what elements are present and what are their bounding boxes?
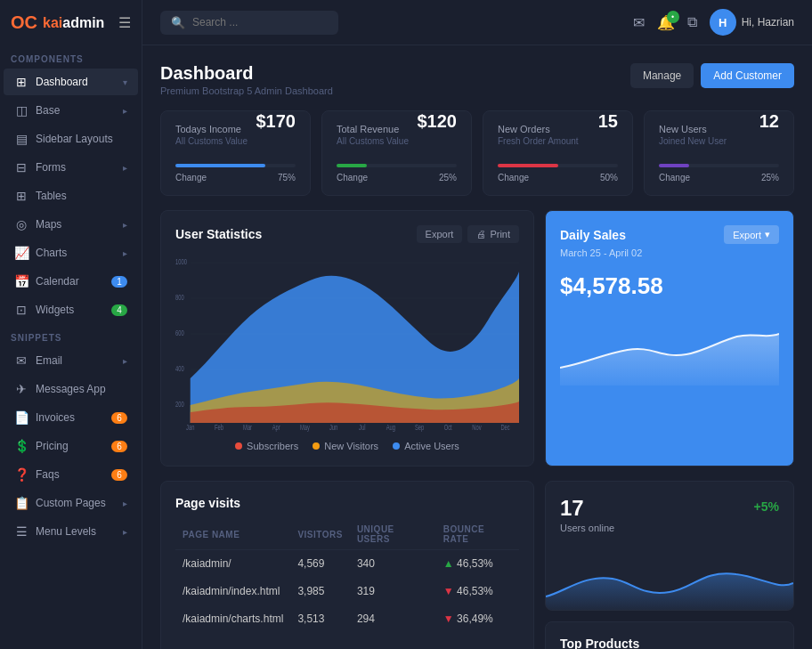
- search-input[interactable]: [192, 16, 328, 28]
- user-stats-actions: Export 🖨 Print: [417, 225, 519, 243]
- stat-bar: [659, 164, 689, 167]
- stat-value: 12: [759, 111, 779, 132]
- users-online-chart: [546, 548, 793, 610]
- sidebar-item-base[interactable]: ◫ Base ▸: [4, 97, 138, 124]
- cell-visitors: 3,513: [290, 605, 350, 633]
- legend-subscribers: Subscribers: [235, 441, 298, 451]
- legend-dot: [313, 442, 320, 450]
- cell-page: /kaiadmin/charts.html: [175, 605, 290, 633]
- svg-text:400: 400: [175, 364, 184, 374]
- legend-dot: [235, 442, 242, 450]
- sidebar-item-tables[interactable]: ⊞ Tables: [4, 183, 138, 209]
- svg-text:Apr: Apr: [272, 423, 280, 432]
- sidebar-item-maps[interactable]: ◎ Maps ▸: [4, 211, 138, 238]
- widgets-icon: ⊡: [14, 303, 28, 317]
- sidebar-item-widgets[interactable]: ⊡ Widgets 4: [4, 296, 138, 323]
- sidebar-item-calendar[interactable]: 📅 Calendar 1: [4, 268, 138, 295]
- user-greeting: Hi, Hazrian: [742, 16, 794, 28]
- trend-icon: ▲: [443, 557, 454, 570]
- stat-bar-wrap: [659, 164, 779, 167]
- right-panel: 17 +5% Users online: [545, 481, 794, 649]
- stat-bar: [498, 164, 558, 167]
- sidebar-item-pricing[interactable]: 💲 Pricing 6: [4, 433, 138, 459]
- svg-text:Jan: Jan: [186, 423, 194, 432]
- layouts-icon: ▤: [14, 132, 28, 146]
- calendar-icon: 📅: [14, 274, 28, 288]
- main-content: Dashboard Premium Bootstrap 5 Admin Dash…: [142, 45, 812, 649]
- sidebar-item-invoices[interactable]: 📄 Invoices 6: [4, 404, 138, 431]
- sidebar-item-label: Sidebar Layouts: [36, 133, 127, 145]
- stat-sublabel: All Customs Value: [175, 136, 296, 146]
- sidebar-item-sidebar-layouts[interactable]: ▤ Sidebar Layouts: [4, 126, 138, 152]
- invoices-icon: 📄: [14, 410, 28, 425]
- sidebar-item-forms[interactable]: ⊟ Forms ▸: [4, 154, 138, 181]
- legend-active-users: Active Users: [393, 441, 459, 451]
- snippets-section-label: Snippets: [0, 324, 142, 346]
- sidebar-item-dashboard[interactable]: ⊞ Dashboard ▾: [4, 69, 138, 95]
- faqs-icon: ❓: [14, 467, 28, 482]
- export-button[interactable]: Export: [417, 225, 463, 243]
- manage-button[interactable]: Manage: [630, 63, 694, 88]
- user-stats-title: User Statistics: [175, 227, 262, 241]
- users-online-change: +5%: [754, 499, 779, 514]
- stat-bar-wrap: [498, 164, 618, 167]
- cell-visitors: 3,985: [290, 578, 350, 605]
- notification-icon[interactable]: 🔔•: [657, 14, 675, 31]
- sidebar-item-email[interactable]: ✉ Email ▸: [4, 347, 138, 374]
- chevron-icon: ▾: [123, 77, 127, 87]
- svg-text:Jul: Jul: [359, 423, 366, 432]
- stat-card-users: New Users 12 Joined New User Change25%: [644, 110, 794, 196]
- sidebar-toggle-icon[interactable]: ☰: [118, 14, 131, 31]
- layers-icon[interactable]: ⧉: [687, 14, 697, 30]
- svg-text:Oct: Oct: [444, 423, 453, 432]
- sidebar-logo: OC kaiadmin ☰: [0, 0, 142, 45]
- chevron-icon: ▸: [123, 163, 127, 173]
- user-stats-header: User Statistics Export 🖨 Print: [175, 225, 519, 243]
- add-customer-button[interactable]: Add Customer: [701, 63, 794, 88]
- sidebar-item-faqs[interactable]: ❓ Faqs 6: [4, 461, 138, 488]
- daily-sales-chart: [560, 314, 779, 451]
- cell-bounce: ▼ 36,49%: [436, 605, 519, 633]
- cell-page: /kaiadmin/: [175, 550, 290, 578]
- svg-text:200: 200: [175, 400, 184, 410]
- users-online-label: Users online: [560, 523, 779, 533]
- search-box[interactable]: 🔍: [160, 11, 338, 35]
- sidebar-item-custom-pages[interactable]: 📋 Custom Pages ▸: [4, 490, 138, 516]
- sidebar-item-charts[interactable]: 📈 Charts ▸: [4, 239, 138, 266]
- page-visits-table: PAGE NAME VISITORS UNIQUE USERS BOUNCE R…: [175, 519, 519, 632]
- sidebar-item-menu-levels[interactable]: ☰ Menu Levels ▸: [4, 518, 138, 545]
- stat-card-orders: New Orders 15 Fresh Order Amount Change5…: [483, 110, 633, 196]
- logo-icon: OC: [11, 12, 37, 33]
- daily-sales-date: March 25 - April 02: [560, 247, 779, 258]
- col-visitors: VISITORS: [290, 519, 350, 550]
- daily-sales-header: Daily Sales Export ▾: [560, 225, 779, 244]
- page-title: Dashboard: [160, 63, 333, 84]
- faqs-badge: 6: [111, 469, 127, 481]
- sidebar-item-label: Menu Levels: [36, 525, 116, 538]
- stats-row: Todays Income $170 All Customs Value Cha…: [160, 110, 794, 196]
- header-buttons: Manage Add Customer: [630, 63, 794, 88]
- stat-change: Change50%: [498, 173, 618, 183]
- svg-text:Dec: Dec: [500, 423, 509, 432]
- cell-unique: 319: [350, 578, 436, 605]
- chevron-icon: ▸: [123, 499, 127, 508]
- table-row: /kaiadmin/charts.html 3,513 294 ▼ 36,49%: [175, 605, 519, 633]
- print-button[interactable]: 🖨 Print: [467, 225, 519, 243]
- sidebar-item-messages[interactable]: ✈ Messages App: [4, 376, 138, 402]
- stat-value: $120: [418, 111, 458, 132]
- page-visits-card: Page visits PAGE NAME VISITORS UNIQUE US…: [160, 481, 534, 649]
- cell-unique: 340: [350, 550, 436, 578]
- col-page-name: PAGE NAME: [175, 519, 290, 550]
- bottom-row: Page visits PAGE NAME VISITORS UNIQUE US…: [160, 481, 794, 649]
- cell-visitors: 4,569: [290, 550, 350, 578]
- sidebar-item-label: Pricing: [36, 440, 104, 452]
- svg-text:Nov: Nov: [472, 423, 481, 432]
- dashboard-icon: ⊞: [14, 75, 28, 89]
- logo-text: kaiadmin: [43, 15, 104, 31]
- svg-text:Aug: Aug: [386, 423, 395, 432]
- mail-icon[interactable]: ✉: [633, 14, 645, 31]
- daily-sales-export-button[interactable]: Export ▾: [724, 225, 779, 244]
- sidebar-item-label: Calendar: [36, 275, 104, 288]
- user-avatar-wrap[interactable]: H Hi, Hazrian: [710, 9, 794, 36]
- pricing-badge: 6: [111, 441, 127, 452]
